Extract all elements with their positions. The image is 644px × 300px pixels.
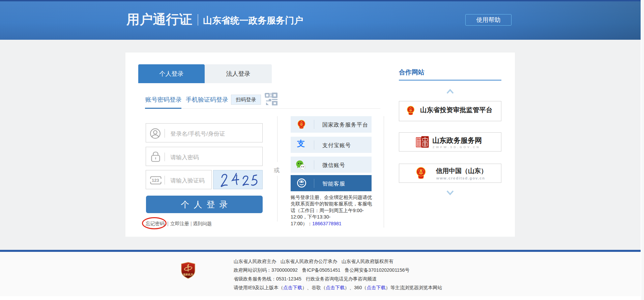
svg-text:党政机关: 党政机关	[183, 273, 194, 276]
svg-text:123: 123	[152, 178, 159, 183]
